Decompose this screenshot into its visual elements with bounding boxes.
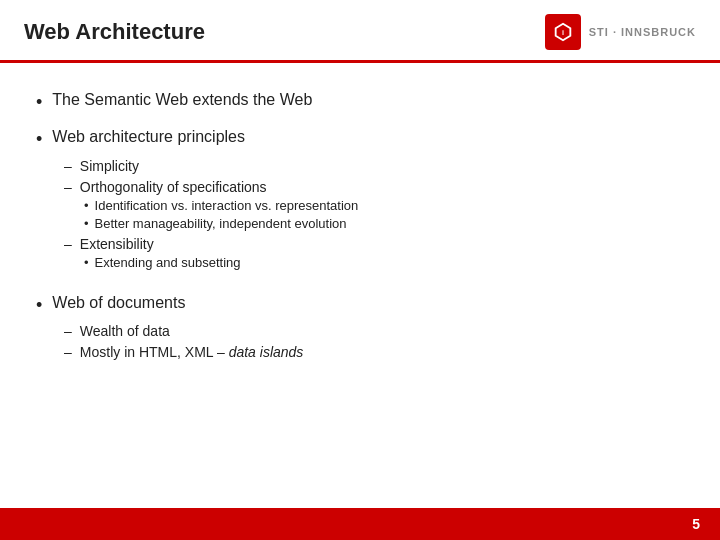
logo-svg: i bbox=[552, 21, 574, 43]
content-area: • The Semantic Web extends the Web • Web… bbox=[0, 63, 720, 540]
slide-title: Web Architecture bbox=[24, 19, 205, 45]
logo-area: i STI · INNSBRUCK bbox=[545, 14, 696, 50]
sub-sub-item-2: • Better manageability, independent evol… bbox=[84, 216, 684, 231]
svg-text:i: i bbox=[562, 28, 564, 37]
sub-sub-text-ext-1: Extending and subsetting bbox=[95, 255, 241, 270]
sub-item-simplicity: – Simplicity bbox=[64, 158, 684, 174]
sub-text-extensibility: Extensibility bbox=[80, 236, 154, 252]
page-number: 5 bbox=[692, 516, 700, 532]
bullet-text-1: The Semantic Web extends the Web bbox=[52, 91, 312, 109]
sub-sub-text-2: Better manageability, independent evolut… bbox=[95, 216, 347, 231]
sub-text-html: Mostly in HTML, XML – data islands bbox=[80, 344, 304, 360]
sub-sub-item-ext-1: • Extending and subsetting bbox=[84, 255, 684, 270]
main-bullet-list: • The Semantic Web extends the Web • Web… bbox=[36, 91, 684, 360]
logo-text: STI · INNSBRUCK bbox=[589, 26, 696, 38]
sub-sub-item-1: • Identification vs. interaction vs. rep… bbox=[84, 198, 684, 213]
sub-text-orthogonality: Orthogonality of specifications bbox=[80, 179, 267, 195]
sub-sub-bullet-1: • bbox=[84, 198, 89, 213]
bullet-text-3: Web of documents bbox=[52, 294, 185, 312]
bullet-dot-3: • bbox=[36, 294, 42, 317]
bullet-dot-2: • bbox=[36, 128, 42, 151]
bullet-item-1: • The Semantic Web extends the Web bbox=[36, 91, 684, 118]
sub-sub-list-ext: • Extending and subsetting bbox=[84, 255, 684, 270]
sub-text-wealth: Wealth of data bbox=[80, 323, 170, 339]
bullet-item-3: • Web of documents – Wealth of data – Mo… bbox=[36, 294, 684, 360]
sub-dash-1: – bbox=[64, 158, 72, 174]
sub-sub-bullet-2: • bbox=[84, 216, 89, 231]
sub-dash-3: – bbox=[64, 236, 72, 252]
sub-item-html: – Mostly in HTML, XML – data islands bbox=[64, 344, 684, 360]
sub-sub-text-1: Identification vs. interaction vs. repre… bbox=[95, 198, 359, 213]
sub-text-simplicity: Simplicity bbox=[80, 158, 139, 174]
sub-dash-5: – bbox=[64, 344, 72, 360]
sub-sub-list-ortho: • Identification vs. interaction vs. rep… bbox=[84, 198, 684, 231]
bullet-text-2: Web architecture principles bbox=[52, 128, 245, 146]
sti-logo-icon: i bbox=[545, 14, 581, 50]
html-italic-part: data islands bbox=[229, 344, 304, 360]
sub-dash-2: – bbox=[64, 179, 72, 195]
sub-list-3: – Wealth of data – Mostly in HTML, XML –… bbox=[64, 323, 684, 360]
sub-item-extensibility: – Extensibility • Extending and subsetti… bbox=[64, 236, 684, 270]
footer: 5 bbox=[0, 508, 720, 540]
sub-sub-bullet-ext-1: • bbox=[84, 255, 89, 270]
sub-dash-4: – bbox=[64, 323, 72, 339]
header: Web Architecture i STI · INNSBRUCK bbox=[0, 0, 720, 63]
slide: Web Architecture i STI · INNSBRUCK • The… bbox=[0, 0, 720, 540]
sub-item-orthogonality: – Orthogonality of specifications • Iden… bbox=[64, 179, 684, 231]
sub-item-wealth: – Wealth of data bbox=[64, 323, 684, 339]
sub-list-2: – Simplicity – Orthogonality of specific… bbox=[64, 158, 684, 270]
bullet-item-2: • Web architecture principles – Simplici… bbox=[36, 128, 684, 269]
bullet-dot-1: • bbox=[36, 91, 42, 114]
html-text-part: Mostly in HTML, XML – bbox=[80, 344, 229, 360]
